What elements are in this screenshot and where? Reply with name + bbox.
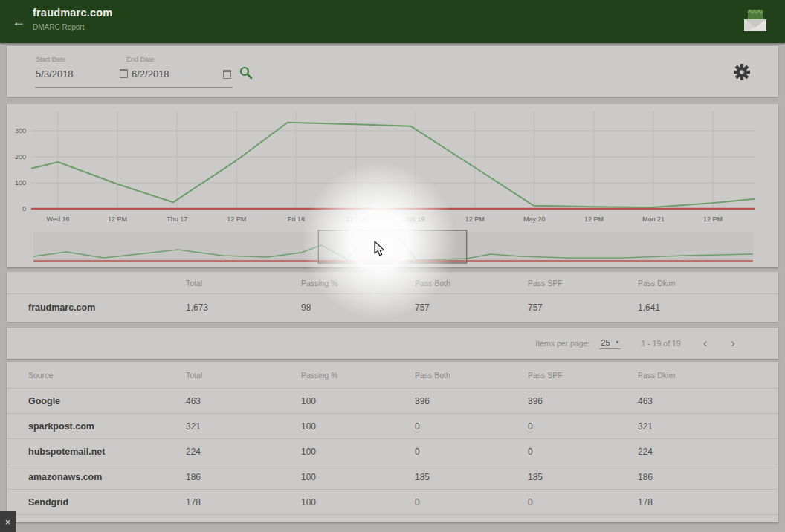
x-tick-label: 12 PM (703, 215, 723, 223)
row-value: 463 (638, 396, 778, 406)
x-tick-label: 12 PM (346, 215, 365, 223)
x-tick-label: 12 PM (584, 215, 604, 223)
row-name: sparkpost.com (28, 421, 186, 432)
search-button[interactable] (238, 65, 254, 82)
column-header: Pass SPF (528, 371, 638, 380)
row-value: 100 (301, 421, 415, 432)
previous-page-button[interactable]: ‹ (703, 336, 708, 351)
row-value: 186 (186, 472, 301, 482)
row-name: Google (28, 396, 186, 406)
chart-card: 0100200300Wed 1612 PMThu 1712 PMFri 1812… (7, 104, 778, 267)
y-tick-label: 300 (15, 127, 26, 134)
x-tick-label: Fri 18 (288, 215, 305, 223)
row-value: 224 (638, 447, 778, 457)
row-value: 100 (301, 497, 415, 507)
source-row[interactable]: Sendgrid17810000178 (7, 490, 778, 515)
row-value: 0 (528, 447, 638, 457)
column-header: Pass Both (415, 279, 528, 288)
row-value: 463 (186, 396, 301, 406)
row-name: amazonaws.com (28, 472, 186, 482)
row-value: 100 (301, 396, 415, 406)
pagination-bar: Items per page: 25 ▾ 1 - 19 of 19 ‹ › (7, 328, 778, 359)
summary-table-header: TotalPassing %Pass BothPass SPFPass Dkim (7, 272, 778, 294)
row-value: 1,673 (186, 302, 301, 313)
caret-down-icon: ▾ (616, 339, 619, 346)
dmarc-report-page: ← fraudmarc.com DMARC Report Start Date … (0, 0, 785, 532)
y-tick-label: 0 (22, 205, 26, 213)
items-per-page-select[interactable]: 25 ▾ (599, 338, 620, 349)
page-range-label: 1 - 19 of 19 (642, 339, 681, 348)
calendar-icon (120, 69, 128, 78)
end-date-label: End Date (126, 56, 155, 63)
x-tick-label: Sat 19 (406, 215, 425, 223)
row-value: 0 (528, 421, 638, 432)
start-date-input[interactable]: 5/3/2018 (36, 68, 74, 80)
x-tick-label: Thu 17 (167, 215, 187, 223)
x-tick-label: 12 PM (465, 215, 485, 223)
row-value: 1,641 (638, 302, 778, 313)
app-header: ← fraudmarc.com DMARC Report (0, 0, 785, 43)
source-row[interactable]: sparkpost.com32110000321 (7, 414, 778, 439)
x-tick-label: 12 PM (227, 215, 246, 223)
start-date-label: Start Date (36, 56, 66, 63)
items-per-page-label: Items per page: (535, 339, 589, 348)
x-tick-label: Wed 16 (47, 215, 70, 223)
y-tick-label: 100 (15, 179, 26, 186)
row-value: 178 (638, 497, 778, 507)
brush-selection[interactable] (318, 230, 466, 263)
row-value: 224 (186, 447, 301, 457)
y-tick-label: 200 (15, 153, 26, 160)
source-row[interactable]: Google463100396396463 (7, 389, 778, 414)
row-value: 100 (301, 472, 415, 482)
column-header: Pass Dkim (638, 371, 778, 380)
column-header: Passing % (301, 279, 415, 288)
row-value: 185 (528, 472, 638, 482)
next-page-button[interactable]: › (731, 336, 735, 351)
filters-card: Start Date 5/3/2018 End Date 6/2/2018 (7, 46, 778, 97)
row-value: 396 (415, 396, 528, 406)
row-value: 0 (528, 497, 638, 507)
row-name: hubspotemail.net (28, 447, 186, 457)
column-header: Total (186, 371, 301, 380)
summary-row[interactable]: fraudmarc.com1,673987577571,641 (7, 294, 778, 321)
end-date-input[interactable]: 6/2/2018 (120, 68, 169, 80)
envelope-icon (740, 7, 770, 38)
sources-table-header: SourceTotalPassing %Pass BothPass SPFPas… (7, 362, 778, 389)
sources-table-body: Google463100396396463sparkpost.com321100… (7, 389, 778, 515)
search-icon (239, 65, 253, 80)
close-overlay-button[interactable]: × (0, 511, 16, 532)
row-value: 0 (415, 497, 528, 507)
source-row[interactable]: amazonaws.com186100185185186 (7, 464, 778, 490)
row-value: 178 (186, 497, 301, 507)
field-underline (35, 87, 233, 88)
back-button[interactable]: ← (9, 12, 28, 31)
row-value: 186 (638, 472, 778, 482)
column-header: Total (186, 279, 301, 288)
x-tick-label: Mon 21 (642, 215, 665, 223)
series-passing-line (31, 123, 755, 207)
row-name: fraudmarc.com (28, 302, 186, 313)
column-header: Pass SPF (528, 279, 638, 288)
row-value: 100 (301, 447, 415, 457)
summary-table: TotalPassing %Pass BothPass SPFPass Dkim… (7, 272, 778, 322)
row-value: 321 (186, 421, 301, 432)
row-value: 757 (415, 302, 528, 313)
row-value: 0 (415, 447, 528, 457)
gear-icon (733, 63, 751, 81)
sources-table: SourceTotalPassing %Pass BothPass SPFPas… (7, 362, 778, 522)
x-tick-label: May 20 (523, 215, 546, 223)
row-value: 396 (528, 396, 638, 406)
chart-grid: 0100200300Wed 1612 PMThu 1712 PMFri 1812… (15, 111, 755, 223)
source-row[interactable]: hubspotemail.net22410000224 (7, 439, 778, 464)
x-tick-label: 12 PM (108, 215, 127, 223)
calendar-picker-icon[interactable] (223, 70, 231, 79)
row-value: 185 (415, 472, 528, 482)
column-header: Pass Both (415, 371, 528, 380)
row-value: 321 (638, 421, 778, 432)
settings-button[interactable] (733, 63, 751, 81)
row-value: 0 (415, 421, 528, 432)
column-header: Passing % (301, 371, 415, 380)
column-header: Pass Dkim (638, 279, 778, 288)
page-title: fraudmarc.com (33, 7, 112, 19)
summary-table-body: fraudmarc.com1,673987577571,641 (7, 294, 778, 321)
